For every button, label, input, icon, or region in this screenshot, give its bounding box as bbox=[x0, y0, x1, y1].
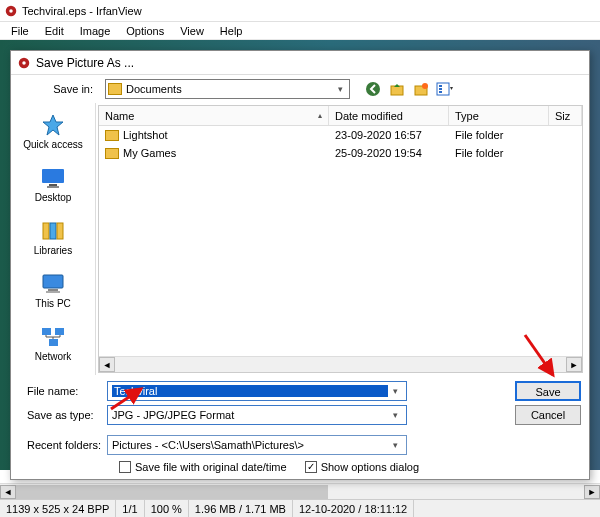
svg-rect-10 bbox=[439, 88, 442, 90]
statusbar: 1139 x 525 x 24 BPP 1/1 100 % 1.96 MB / … bbox=[0, 499, 600, 517]
menu-image[interactable]: Image bbox=[73, 24, 118, 38]
svg-rect-19 bbox=[48, 289, 58, 291]
network-icon bbox=[39, 325, 67, 349]
menu-edit[interactable]: Edit bbox=[38, 24, 71, 38]
chevron-down-icon[interactable]: ▾ bbox=[388, 440, 402, 450]
chevron-down-icon[interactable]: ▾ bbox=[388, 410, 402, 420]
folder-icon bbox=[108, 83, 122, 95]
svg-rect-5 bbox=[391, 86, 403, 95]
place-this-pc[interactable]: This PC bbox=[11, 268, 95, 313]
dialog-titlebar: Save Picture As ... bbox=[11, 51, 589, 75]
main-hscrollbar[interactable]: ◄ ► bbox=[0, 483, 600, 499]
svg-rect-8 bbox=[437, 83, 449, 95]
place-desktop[interactable]: Desktop bbox=[11, 162, 95, 207]
svg-rect-22 bbox=[55, 328, 64, 335]
scroll-left-icon[interactable]: ◄ bbox=[0, 485, 16, 499]
scroll-left-icon[interactable]: ◄ bbox=[99, 357, 115, 372]
scroll-track[interactable] bbox=[16, 485, 584, 499]
cancel-button[interactable]: Cancel bbox=[515, 405, 581, 425]
col-name[interactable]: Name▴ bbox=[99, 106, 329, 125]
folder-icon bbox=[105, 130, 119, 141]
col-size[interactable]: Siz bbox=[549, 106, 582, 125]
svg-point-1 bbox=[9, 9, 13, 13]
filename-input[interactable]: Techviral ▾ bbox=[107, 381, 407, 401]
checkbox-icon: ✓ bbox=[305, 461, 317, 473]
menu-file[interactable]: File bbox=[4, 24, 36, 38]
status-page: 1/1 bbox=[116, 500, 144, 517]
scroll-track[interactable] bbox=[115, 357, 566, 372]
folder-icon bbox=[105, 148, 119, 159]
menu-options[interactable]: Options bbox=[119, 24, 171, 38]
main-titlebar: Techviral.eps - IrfanView bbox=[0, 0, 600, 22]
svg-rect-11 bbox=[439, 91, 442, 93]
libraries-icon bbox=[39, 219, 67, 243]
save-button[interactable]: Save bbox=[515, 381, 581, 401]
svg-rect-20 bbox=[46, 291, 60, 293]
place-network[interactable]: Network bbox=[11, 321, 95, 366]
svg-point-4 bbox=[366, 82, 380, 96]
save-in-value: Documents bbox=[126, 83, 333, 95]
svg-rect-21 bbox=[42, 328, 51, 335]
star-icon bbox=[39, 113, 67, 137]
filename-label: File name: bbox=[19, 385, 103, 397]
menu-help[interactable]: Help bbox=[213, 24, 250, 38]
chevron-down-icon[interactable]: ▾ bbox=[388, 386, 402, 396]
dialog-icon bbox=[17, 56, 31, 70]
savetype-value: JPG - JPG/JPEG Format bbox=[112, 409, 388, 421]
pc-icon bbox=[39, 272, 67, 296]
svg-point-3 bbox=[22, 61, 26, 65]
file-list: Name▴ Date modified Type Siz Lightshot 2… bbox=[98, 105, 583, 373]
dialog-bottom: File name: Techviral ▾ Save Save as type… bbox=[11, 375, 589, 479]
new-folder-icon[interactable] bbox=[412, 80, 430, 98]
col-type[interactable]: Type bbox=[449, 106, 549, 125]
dialog-toolbar bbox=[364, 80, 454, 98]
chk-show-options[interactable]: ✓ Show options dialog bbox=[305, 461, 419, 473]
svg-rect-15 bbox=[43, 223, 49, 239]
list-hscrollbar[interactable]: ◄ ► bbox=[99, 356, 582, 372]
chevron-down-icon[interactable]: ▾ bbox=[333, 84, 347, 94]
save-as-dialog: Save Picture As ... Save in: Documents ▾… bbox=[10, 50, 590, 480]
scroll-thumb[interactable] bbox=[16, 485, 328, 499]
svg-rect-16 bbox=[50, 223, 56, 239]
filename-value: Techviral bbox=[112, 385, 388, 397]
svg-rect-18 bbox=[43, 275, 63, 288]
place-libraries[interactable]: Libraries bbox=[11, 215, 95, 260]
sort-indicator-icon: ▴ bbox=[318, 111, 322, 120]
recent-folders-combo[interactable]: Pictures - <C:\Users\Samath\Pictures\> ▾ bbox=[107, 435, 407, 455]
desktop-icon bbox=[39, 166, 67, 190]
svg-point-7 bbox=[422, 83, 428, 89]
scroll-right-icon[interactable]: ► bbox=[566, 357, 582, 372]
status-datetime: 12-10-2020 / 18:11:12 bbox=[293, 500, 414, 517]
svg-rect-17 bbox=[57, 223, 63, 239]
window-title: Techviral.eps - IrfanView bbox=[22, 5, 142, 17]
save-in-row: Save in: Documents ▾ bbox=[11, 75, 589, 103]
col-date[interactable]: Date modified bbox=[329, 106, 449, 125]
chk-original-date[interactable]: Save file with original date/time bbox=[119, 461, 287, 473]
status-zoom: 100 % bbox=[145, 500, 189, 517]
file-list-rows[interactable]: Lightshot 23-09-2020 16:57 File folder M… bbox=[99, 126, 582, 356]
dialog-title: Save Picture As ... bbox=[36, 56, 134, 70]
svg-rect-14 bbox=[47, 186, 59, 188]
list-item[interactable]: My Games 25-09-2020 19:54 File folder bbox=[99, 144, 582, 162]
back-icon[interactable] bbox=[364, 80, 382, 98]
svg-rect-23 bbox=[49, 339, 58, 346]
menu-view[interactable]: View bbox=[173, 24, 211, 38]
list-item[interactable]: Lightshot 23-09-2020 16:57 File folder bbox=[99, 126, 582, 144]
checkbox-icon bbox=[119, 461, 131, 473]
menubar: File Edit Image Options View Help bbox=[0, 22, 600, 40]
savetype-label: Save as type: bbox=[19, 409, 103, 421]
places-bar: Quick access Desktop Libraries This PC N… bbox=[11, 103, 96, 375]
savetype-combo[interactable]: JPG - JPG/JPEG Format ▾ bbox=[107, 405, 407, 425]
status-filesize: 1.96 MB / 1.71 MB bbox=[189, 500, 293, 517]
up-folder-icon[interactable] bbox=[388, 80, 406, 98]
app-icon bbox=[4, 4, 18, 18]
scroll-right-icon[interactable]: ► bbox=[584, 485, 600, 499]
place-quick-access[interactable]: Quick access bbox=[11, 109, 95, 154]
save-in-combo[interactable]: Documents ▾ bbox=[105, 79, 350, 99]
svg-rect-9 bbox=[439, 85, 442, 87]
save-in-label: Save in: bbox=[19, 83, 99, 95]
recent-value: Pictures - <C:\Users\Samath\Pictures\> bbox=[112, 439, 388, 451]
view-menu-icon[interactable] bbox=[436, 80, 454, 98]
recent-label: Recent folders: bbox=[19, 439, 103, 451]
file-list-header: Name▴ Date modified Type Siz bbox=[99, 106, 582, 126]
